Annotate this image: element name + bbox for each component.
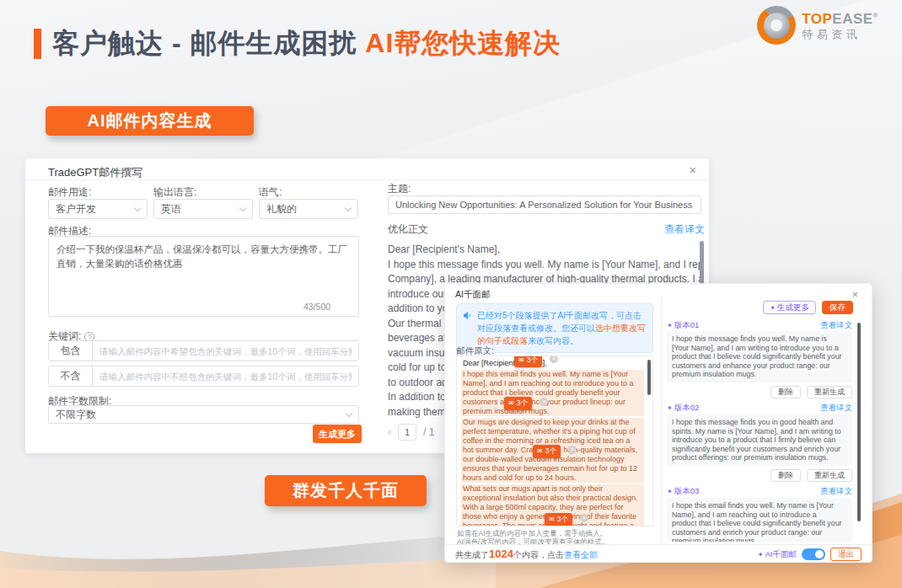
chevron-down-icon (134, 204, 141, 211)
sparkle-icon: ✦ (667, 322, 673, 329)
slide-canvas: 客户触达 - 邮件生成困扰 AI帮您快速解决 TOPEASE® 特易资讯 AI邮… (0, 0, 902, 588)
sparkle-icon: ✦ (770, 304, 776, 312)
exclude-keywords-input[interactable] (93, 366, 358, 386)
view-translation-link[interactable]: 查看译文 (820, 320, 852, 331)
include-label: 包含 (49, 341, 93, 361)
version-text[interactable]: I hope this email finds you well. My nam… (667, 498, 852, 542)
envelope-icon: ✉ (549, 516, 555, 523)
chevron-down-icon (345, 204, 352, 211)
ai-variants-toggle[interactable] (802, 548, 825, 560)
generated-count: 1024 (489, 548, 513, 560)
generated-count-text: 共生成了1024个内容，点击查看全部 (455, 548, 598, 561)
page-title: 客户触达 - 邮件生成困扰 AI帮您快速解决 (52, 25, 561, 62)
scrollbar[interactable] (647, 360, 651, 395)
view-translation-link[interactable]: 查看译文 (664, 222, 705, 237)
chevron-down-icon (346, 409, 352, 416)
version-label: 版本03 (674, 486, 700, 497)
sparkle-icon: ✦ (758, 551, 764, 559)
ai-email-generate-button[interactable]: AI邮件内容生成 (46, 106, 254, 136)
optimized-body-label: 优化正文 (388, 222, 428, 237)
language-select[interactable]: 英语 (153, 199, 253, 219)
close-icon[interactable]: × (851, 288, 858, 301)
page-total: / 1 (423, 426, 434, 438)
logo-brand-top: TOP (802, 11, 832, 27)
divider (661, 297, 662, 543)
subject-label: 主题: (388, 182, 411, 196)
save-button[interactable]: 保存 (822, 301, 853, 314)
sparkle-icon: ✦ (667, 488, 673, 495)
variant-count-badge[interactable]: ✉3个 (514, 355, 542, 367)
compose-window-title: TradeGPT邮件撰写 (48, 165, 142, 180)
version-card: ✦版本02 查看译文 I hope this message finds you… (667, 403, 852, 482)
page-header: 客户触达 - 邮件生成困扰 AI帮您快速解决 (34, 25, 561, 62)
chevron-down-icon (239, 204, 246, 211)
generate-more-button[interactable]: 生成更多 (313, 425, 362, 443)
include-keywords-input[interactable] (93, 341, 358, 361)
versions-list: ✦版本01 查看译文 I hope this message finds you… (667, 319, 852, 542)
purpose-select[interactable]: 客户开发 (48, 199, 148, 219)
version-label: 版本01 (674, 320, 700, 331)
close-icon[interactable]: × (540, 398, 548, 406)
version-label: 版本02 (674, 403, 700, 414)
subject-input[interactable] (388, 195, 701, 214)
regenerate-button[interactable]: 重新生成 (807, 386, 852, 398)
page-prev-button[interactable]: ‹ (388, 426, 391, 438)
language-label: 输出语言: (153, 185, 196, 200)
envelope-icon: ✉ (537, 448, 543, 455)
title-accent-bar (34, 29, 41, 59)
generate-more-versions-button[interactable]: ✦ 生成更多 (763, 301, 816, 314)
view-translation-link[interactable]: 查看译文 (820, 403, 852, 414)
footnote: 如需在AI生成的内容中加入变量，需手动插入。 (457, 529, 607, 537)
delete-button[interactable]: 删除 (770, 469, 801, 482)
exit-button[interactable]: 退出 (830, 548, 862, 561)
logo-brand-sub: 特易资讯 (802, 27, 878, 42)
logo-text: TOPEASE® 特易资讯 (802, 8, 878, 42)
include-keywords-row: 包含 (48, 340, 359, 361)
dialog-footer: 共生成了1024个内容，点击查看全部 ✦ AI千面邮 退出 (445, 544, 872, 564)
divider (25, 179, 709, 180)
page-title-accent: AI帮您快速解决 (365, 28, 561, 58)
char-counter: 43/500 (303, 302, 330, 312)
variant-count-badge[interactable]: ✉3个 (545, 513, 572, 527)
ai-variants-toggle-label: ✦ AI千面邮 (758, 549, 797, 560)
exclude-label: 不含 (49, 366, 93, 386)
word-limit-select[interactable]: 不限字数 (48, 405, 359, 424)
version-card: ✦版本01 查看译文 I hope this message finds you… (667, 319, 852, 398)
tone-select[interactable]: 礼貌的 (259, 199, 358, 219)
page-title-dark: 客户触达 - 邮件生成困扰 (52, 28, 357, 58)
megaphone-icon (463, 311, 472, 320)
purpose-label: 邮件用途: (48, 185, 91, 200)
tone-label: 语气: (259, 185, 282, 200)
dialog-actions: ✦ 生成更多 保存 (763, 301, 853, 314)
envelope-icon: ✉ (518, 357, 524, 364)
view-translation-link[interactable]: 查看译文 (820, 486, 852, 497)
version-text[interactable]: I hope this message finds you well. My n… (667, 331, 852, 382)
close-icon[interactable]: × (690, 163, 696, 177)
delete-button[interactable]: 删除 (770, 386, 801, 398)
page-number[interactable]: 1 (398, 424, 416, 441)
email-paragraph-highlighted[interactable]: I hope this email finds you well. My nam… (461, 370, 644, 416)
mass-send-button[interactable]: 群发千人千面 (265, 475, 427, 506)
logo-icon (757, 6, 796, 45)
sparkle-icon: ✦ (667, 404, 673, 412)
exclude-keywords-row: 不含 (48, 366, 359, 387)
version-card: ✦版本03 查看译文 I hope this email finds you w… (667, 486, 852, 542)
variant-count-badge[interactable]: ✉3个 (533, 445, 561, 458)
pagination: ‹ 1 / 1 (388, 424, 434, 441)
dialog-title: AI千面邮 (455, 289, 490, 301)
scrollbar[interactable] (700, 241, 704, 288)
variant-count-badge[interactable]: ✉3个 (504, 397, 532, 410)
version-text[interactable]: I hope this message finds you in good he… (667, 414, 852, 466)
close-icon[interactable]: × (568, 446, 577, 454)
envelope-icon: ✉ (508, 400, 514, 407)
scrollbar[interactable] (857, 323, 861, 521)
view-all-link[interactable]: 查看全部 (564, 550, 598, 559)
ai-variants-dialog: AI千面邮 × 已经对5个段落提供了AI千面邮改写，可点击对应段落查看或修改。您… (444, 283, 872, 563)
close-icon[interactable]: × (580, 514, 588, 522)
regenerate-button[interactable]: 重新生成 (807, 469, 852, 482)
original-email-box: Dear [Recipient's Name], I hope this ema… (456, 355, 653, 527)
topease-logo: TOPEASE® 特易资讯 (757, 6, 878, 45)
